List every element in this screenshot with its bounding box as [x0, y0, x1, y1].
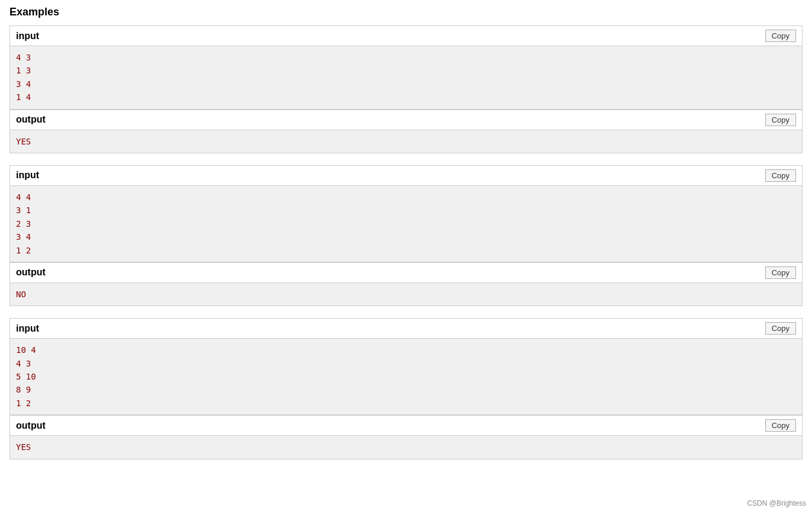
input-line-1-1: 4 3	[16, 51, 796, 64]
input-line-3-1: 10 4	[16, 343, 796, 356]
input-line-2-5: 1 2	[16, 244, 796, 257]
input-line-3-5: 1 2	[16, 397, 796, 410]
input-header-1: inputCopy	[9, 25, 803, 46]
output-header-3: outputCopy	[9, 415, 803, 436]
example-block-3: inputCopy10 44 35 108 91 2outputCopyYES	[9, 318, 803, 459]
output-content-1: YES	[9, 130, 803, 153]
input-header-2: inputCopy	[9, 165, 803, 186]
input-line-2-2: 3 1	[16, 204, 796, 217]
input-copy-button-1[interactable]: Copy	[765, 30, 796, 42]
input-copy-button-2[interactable]: Copy	[765, 169, 796, 182]
output-label-2: output	[16, 267, 46, 278]
input-line-1-3: 3 4	[16, 78, 796, 91]
input-content-2: 4 43 12 33 41 2	[9, 186, 803, 262]
input-label-1: input	[16, 31, 39, 41]
input-header-3: inputCopy	[9, 318, 803, 339]
input-copy-button-3[interactable]: Copy	[765, 322, 796, 335]
output-header-2: outputCopy	[9, 262, 803, 283]
page-title: Examples	[9, 6, 803, 18]
input-line-3-3: 5 10	[16, 370, 796, 383]
output-header-1: outputCopy	[9, 110, 803, 130]
output-copy-button-3[interactable]: Copy	[765, 419, 796, 432]
input-label-3: input	[16, 323, 39, 334]
input-content-1: 4 31 33 41 4	[9, 46, 803, 110]
output-content-3: YES	[9, 436, 803, 459]
output-line-1-1: YES	[16, 135, 796, 148]
example-block-1: inputCopy4 31 33 41 4outputCopyYES	[9, 25, 803, 153]
output-line-2-1: NO	[16, 288, 796, 301]
output-line-3-1: YES	[16, 441, 796, 454]
output-copy-button-1[interactable]: Copy	[765, 114, 796, 126]
input-line-2-4: 3 4	[16, 230, 796, 243]
input-line-2-3: 2 3	[16, 217, 796, 230]
input-line-1-4: 1 4	[16, 91, 796, 104]
output-label-1: output	[16, 114, 46, 125]
input-line-3-2: 4 3	[16, 357, 796, 370]
input-label-2: input	[16, 170, 39, 181]
watermark: CSDN @Brightess	[747, 499, 806, 507]
output-label-3: output	[16, 420, 46, 431]
example-block-2: inputCopy4 43 12 33 41 2outputCopyNO	[9, 165, 803, 306]
output-copy-button-2[interactable]: Copy	[765, 266, 796, 279]
input-line-2-1: 4 4	[16, 191, 796, 204]
output-content-2: NO	[9, 283, 803, 306]
input-content-3: 10 44 35 108 91 2	[9, 339, 803, 415]
input-line-3-4: 8 9	[16, 383, 796, 396]
input-line-1-2: 1 3	[16, 64, 796, 77]
